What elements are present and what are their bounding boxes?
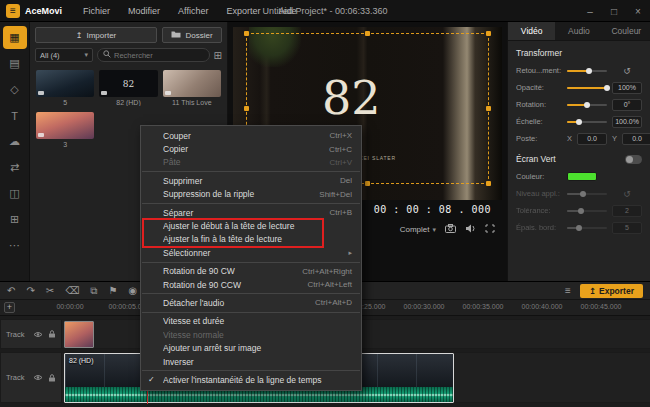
sidebar-icon-text[interactable]: T [3,104,27,127]
slider [567,210,607,212]
context-menu-item[interactable]: Séparer Ctrl+B [141,206,361,219]
slider-knob[interactable] [604,85,610,91]
selection-handle[interactable] [244,106,249,111]
track-header[interactable]: Track [0,319,62,349]
import-button[interactable]: ↥ Importer [35,27,157,43]
green-color-row: Couleur: [508,168,650,185]
undo-icon[interactable]: ↶ [7,286,15,296]
selection-handle[interactable] [365,31,370,36]
sidebar-icon-elements[interactable]: ☁ [3,130,27,153]
media-item[interactable]: 3 [36,112,94,148]
slider-knob[interactable] [584,102,590,108]
media-item[interactable]: 11 This Love [163,70,221,106]
green-screen-header: Écran Vert [508,147,650,168]
context-menu-item[interactable]: Couper Ctrl+X [141,129,361,142]
media-item[interactable]: 5 [36,70,94,106]
add-track-button[interactable]: + [4,302,15,313]
selection-handle[interactable] [486,106,491,111]
reset-icon[interactable]: ↺ [612,66,642,76]
context-menu-item[interactable]: Vitesse et durée [141,315,361,328]
slider-knob[interactable] [580,191,586,197]
track-options-icon[interactable]: ≡ [565,286,571,296]
sidebar-icon-stock[interactable]: ▤ [3,52,27,75]
lock-icon[interactable] [48,330,56,338]
menu-afficher[interactable]: Afficher [169,0,217,22]
context-menu-item[interactable]: Ajuster la fin à la tête de lecture [141,233,361,246]
export-button[interactable]: ↥ Exporter [580,284,643,298]
sidebar-icon-behaviors[interactable]: ⇄ [3,156,27,179]
slider-knob[interactable] [578,208,584,214]
sidebar-icon-filters[interactable]: ⊞ [3,208,27,231]
snapshot-icon[interactable] [445,224,456,235]
eye-icon[interactable] [33,374,43,381]
fit-mode-dropdown[interactable]: Complet ▾ [400,225,436,234]
track-header[interactable]: Track [0,352,62,403]
context-menu-item[interactable]: Ajuster le début à la tête de lecture [141,219,361,232]
value-box[interactable]: 2 [612,205,642,217]
tab-couleur[interactable]: Couleur [603,22,650,40]
marker-icon[interactable]: ⚑ [108,286,117,296]
tab-video[interactable]: Vidéo [508,22,555,40]
minimize-button[interactable]: – [578,0,602,22]
record-icon[interactable]: ◉ [128,286,137,296]
sidebar-icon-media[interactable]: ▦ [3,26,27,49]
menu-separator [142,293,360,294]
app-logo-icon[interactable]: ≡ [6,4,20,18]
sidebar-icon-split-screen[interactable]: ◫ [3,182,27,205]
grid-view-icon[interactable]: ⊞ [214,50,222,61]
context-menu-item[interactable]: Ajouter un arrêt sur image [141,341,361,354]
context-menu-item[interactable]: Supprimer Del [141,174,361,187]
selection-handle[interactable] [365,181,370,186]
slider-knob[interactable] [576,225,582,231]
menu-fichier[interactable]: Fichier [74,0,119,22]
context-menu-item[interactable]: ✓ Activer l'instantanéité de la ligne de… [141,373,361,386]
lock-icon[interactable] [48,374,56,382]
close-button[interactable]: × [626,0,650,22]
media-filter-dropdown[interactable]: All (4) ▾ [35,48,93,62]
tab-audio[interactable]: Audio [555,22,602,40]
value-box[interactable]: 0° [612,99,642,111]
sidebar-icon-transitions[interactable]: ◇ [3,78,27,101]
sidebar-icon-more[interactable]: ⋯ [3,234,27,257]
maximize-button[interactable]: □ [602,0,626,22]
delete-icon[interactable]: ⌫ [65,286,79,296]
selection-handle[interactable] [486,31,491,36]
context-menu-item[interactable]: Détacher l'audio Ctrl+Alt+D [141,296,361,309]
thumbnail-badge: 82 [123,79,134,89]
menu-modifier[interactable]: Modifier [119,0,169,22]
split-icon[interactable]: ✂ [46,286,54,296]
position-x-input[interactable]: 0.0 [577,133,607,145]
transform-rows: Retou...ment: ↺ Opacité: 100% Rotation: … [508,62,650,130]
menu-item-label: Vitesse et durée [163,316,352,326]
ruler-label: 00:00:30.000 [404,303,445,310]
redo-icon[interactable]: ↷ [26,286,34,296]
context-menu-item[interactable]: Copier Ctrl+C [141,142,361,155]
context-menu-item[interactable]: Rotation de 90 CCW Ctrl+Alt+Left [141,278,361,291]
menu-shortcut: Ctrl+Alt+Right [302,267,352,276]
value-box[interactable]: 5 [612,222,642,234]
value-box[interactable]: 100% [612,82,642,94]
media-item[interactable]: 82 82 (HD) [99,70,157,106]
green-color-swatch[interactable] [567,172,597,181]
search-input[interactable] [114,51,204,60]
context-menu-item[interactable]: Inverser [141,355,361,368]
reset-icon[interactable]: ↺ [612,189,642,199]
slider-knob[interactable] [586,68,592,74]
context-menu-item[interactable]: Rotation de 90 CW Ctrl+Alt+Right [141,265,361,278]
context-menu-item[interactable]: Suppression de la ripple Shift+Del [141,188,361,201]
slider-knob[interactable] [576,119,582,125]
position-y-input[interactable]: 0.0 [622,133,650,145]
folder-button[interactable]: Dossier [162,27,222,43]
speaker-icon[interactable] [465,224,476,235]
duplicate-icon[interactable]: ⧉ [90,286,97,296]
image-clip[interactable] [64,321,94,348]
field-label: Couleur: [516,172,562,181]
context-menu-item[interactable]: Sélectionner ▸ [141,246,361,259]
green-screen-toggle[interactable] [625,155,642,164]
value-box[interactable]: 100.0% [612,116,642,128]
search-box[interactable] [97,48,210,62]
selection-handle[interactable] [244,31,249,36]
eye-icon[interactable] [33,331,43,338]
selection-handle[interactable] [486,181,491,186]
fullscreen-icon[interactable] [485,224,495,235]
